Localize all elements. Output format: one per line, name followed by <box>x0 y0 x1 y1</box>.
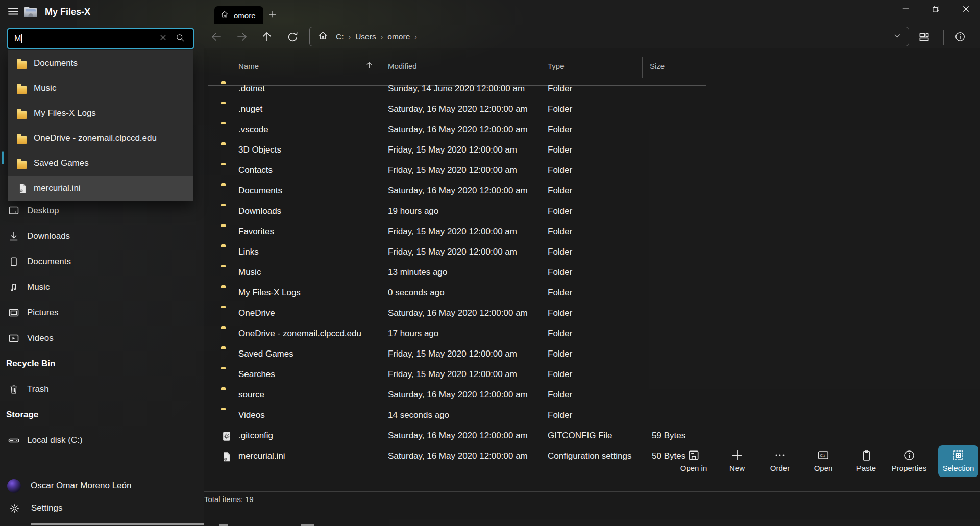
file-modified: Saturday, 16 May 2020 12:00:00 am <box>388 431 528 441</box>
folder-icon <box>17 107 28 119</box>
file-name: .nuget <box>238 104 262 114</box>
column-header-size[interactable]: Size <box>650 62 665 70</box>
properties-button[interactable]: Properties <box>887 445 931 476</box>
open-button[interactable]: C:\ Open <box>801 445 845 476</box>
toolbar-divider <box>943 30 944 45</box>
restore-button[interactable] <box>924 1 947 18</box>
folder-icon <box>17 82 28 94</box>
file-row-dotnet[interactable]: .dotnet Sunday, 14 June 2020 12:00:00 am… <box>204 79 970 99</box>
sidebar-item-videos[interactable]: Videos <box>0 325 204 351</box>
file-row-searches[interactable]: Searches Friday, 15 May 2020 12:00:00 am… <box>204 365 970 385</box>
file-row-my-files-x-logs[interactable]: My Files-X Logs 0 seconds ago Folder <box>204 283 970 304</box>
address-bar[interactable]: C: › Users › omore › <box>309 27 909 46</box>
column-header-type[interactable]: Type <box>548 62 565 70</box>
suggestion-music[interactable]: Music <box>8 76 193 101</box>
breadcrumb-segment-omore[interactable]: omore <box>383 32 414 41</box>
settings-label: Settings <box>31 503 62 513</box>
suggestion-saved-games[interactable]: Saved Games <box>8 151 193 176</box>
folder-icon <box>221 185 233 198</box>
up-arrow-icon <box>260 30 274 45</box>
file-modified: Saturday, 16 May 2020 12:00:00 am <box>388 390 528 400</box>
refresh-button[interactable] <box>283 29 302 47</box>
order-button[interactable]: Order <box>758 445 802 476</box>
sidebar-item-downloads[interactable]: Downloads <box>0 223 204 249</box>
clear-search-button[interactable] <box>154 31 172 47</box>
file-row-documents[interactable]: Documents Saturday, 16 May 2020 12:00:00… <box>204 181 970 202</box>
column-divider[interactable] <box>538 57 538 78</box>
x-clear-icon <box>158 33 168 44</box>
sidebar-item-desktop[interactable]: Desktop <box>0 198 204 223</box>
file-row-favorites[interactable]: Favorites Friday, 15 May 2020 12:00:00 a… <box>204 222 970 242</box>
sort-ascending-icon[interactable] <box>364 60 374 72</box>
horizontal-scrollbar[interactable] <box>31 523 204 525</box>
sidebar-item-documents[interactable]: Documents <box>0 249 204 274</box>
paste-button[interactable]: Paste <box>844 445 888 476</box>
file-row-contacts[interactable]: Contacts Friday, 15 May 2020 12:00:00 am… <box>204 161 970 181</box>
suggestion-mercurial-ini[interactable]: mercurial.ini <box>8 176 193 201</box>
sidebar-item-user-account[interactable]: Oscar Omar Moreno León <box>0 473 204 498</box>
selection-button[interactable]: Selection <box>938 445 978 477</box>
minimize-button[interactable] <box>894 1 918 18</box>
up-button[interactable] <box>258 29 276 47</box>
new-tab-button[interactable] <box>265 8 280 22</box>
back-button[interactable] <box>207 29 226 47</box>
file-row-videos[interactable]: Videos 14 seconds ago Folder <box>204 406 970 426</box>
toolbar-button-label: Open <box>814 464 833 472</box>
open-in-button[interactable]: Open in <box>672 445 716 476</box>
chevron-down-icon <box>892 31 902 43</box>
breadcrumb-home-button[interactable] <box>314 29 331 45</box>
file-row-downloads[interactable]: Downloads 19 hours ago Folder <box>204 202 970 222</box>
file-type: Folder <box>548 390 572 400</box>
breadcrumb-segment-users[interactable]: Users <box>351 32 380 41</box>
column-header-name[interactable]: Name <box>238 62 259 70</box>
suggestion-label: Documents <box>34 58 78 68</box>
tab-omore[interactable]: omore <box>214 6 263 24</box>
folder-icon <box>221 104 233 117</box>
folder-icon <box>221 83 233 96</box>
file-name: Saved Games <box>238 349 293 359</box>
file-row-nuget[interactable]: .nuget Saturday, 16 May 2020 12:00:00 am… <box>204 99 970 120</box>
folder-icon <box>221 389 233 403</box>
file-row-gitconfig[interactable]: .gitconfig Saturday, 16 May 2020 12:00:0… <box>204 426 970 446</box>
suggestion-onedrive-zonemail-clpccd-edu[interactable]: OneDrive - zonemail.clpccd.edu <box>8 126 193 151</box>
folder-icon <box>221 246 233 260</box>
open-in-icon <box>687 448 701 462</box>
file-type: Folder <box>548 165 572 176</box>
file-row-3d-objects[interactable]: 3D Objects Friday, 15 May 2020 12:00:00 … <box>204 140 970 161</box>
sidebar-item-trash[interactable]: Trash <box>0 377 204 402</box>
hamburger-menu-button[interactable] <box>4 5 22 20</box>
column-header-modified[interactable]: Modified <box>388 62 417 70</box>
forward-button[interactable] <box>233 29 251 47</box>
sidebar-item-label: Music <box>27 282 50 292</box>
suggestion-my-files-x-logs[interactable]: My Files-X Logs <box>8 101 193 126</box>
column-divider[interactable] <box>642 57 643 78</box>
search-input[interactable]: M <box>7 28 194 49</box>
plus-icon <box>730 448 744 462</box>
file-modified: Friday, 15 May 2020 12:00:00 am <box>388 247 517 257</box>
submit-search-button[interactable] <box>172 31 189 47</box>
file-row-onedrive-zonemail-clpccd-edu[interactable]: OneDrive - zonemail.clpccd.edu 17 hours … <box>204 324 970 344</box>
app-window: My Files-X omore <box>0 0 980 526</box>
sidebar-item-settings[interactable]: Settings <box>0 498 204 518</box>
breadcrumb-segment-drive[interactable]: C: <box>331 32 349 41</box>
file-row-source[interactable]: source Saturday, 16 May 2020 12:00:00 am… <box>204 385 970 406</box>
close-button[interactable] <box>954 1 977 18</box>
column-divider[interactable] <box>380 57 380 78</box>
sidebar-item-music[interactable]: Music <box>0 274 204 300</box>
file-row-onedrive[interactable]: OneDrive Saturday, 16 May 2020 12:00:00 … <box>204 304 970 324</box>
suggestion-documents[interactable]: Documents <box>8 51 193 76</box>
address-dropdown-button[interactable] <box>889 29 905 45</box>
user-name: Oscar Omar Moreno León <box>31 481 131 491</box>
file-row-music[interactable]: Music 13 minutes ago Folder <box>204 263 970 283</box>
svg-text:C:\: C:\ <box>820 453 826 458</box>
new-button[interactable]: New <box>715 445 759 476</box>
file-row-vscode[interactable]: .vscode Saturday, 16 May 2020 12:00:00 a… <box>204 120 970 140</box>
sidebar-item-pictures[interactable]: Pictures <box>0 300 204 325</box>
file-row-links[interactable]: Links Friday, 15 May 2020 12:00:00 am Fo… <box>204 242 970 263</box>
sidebar-item-local-disk-c[interactable]: Local disk (C:) <box>0 428 204 453</box>
pane-info-button[interactable] <box>951 29 969 47</box>
file-type: Folder <box>548 267 572 278</box>
layout-view-button[interactable] <box>915 29 933 47</box>
file-row-saved-games[interactable]: Saved Games Friday, 15 May 2020 12:00:00… <box>204 344 970 365</box>
folder-icon <box>221 206 233 219</box>
